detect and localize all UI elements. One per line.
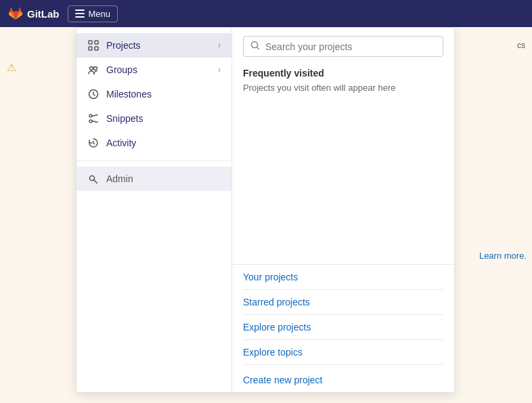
svg-rect-2 <box>89 47 92 50</box>
milestones-label: Milestones <box>106 89 221 100</box>
page-content-right: cs <box>458 27 532 69</box>
key-icon <box>87 173 99 185</box>
dropdown-left-panel: Projects › Groups › <box>76 28 232 392</box>
menu-button-label: Menu <box>89 9 111 19</box>
dropdown-right-panel: Frequently visited Projects you visit of… <box>232 28 454 392</box>
bottom-links-section: Your projects Starred projects Explore p… <box>232 264 454 392</box>
starred-projects-link[interactable]: Starred projects <box>232 290 454 314</box>
create-new-project-link[interactable]: Create new project <box>232 368 454 392</box>
explore-topics-link[interactable]: Explore topics <box>232 340 454 364</box>
sidebar-item-snippets[interactable]: Snippets <box>76 106 231 131</box>
admin-label: Admin <box>106 173 221 184</box>
projects-arrow-icon: › <box>218 41 221 50</box>
dropdown-menu: Projects › Groups › <box>76 27 455 393</box>
svg-point-7 <box>89 114 92 117</box>
sidebar-item-projects[interactable]: Projects › <box>76 33 231 58</box>
svg-point-5 <box>94 67 97 70</box>
snippets-label: Snippets <box>106 113 221 124</box>
scissors-icon <box>87 112 99 125</box>
explore-projects-link[interactable]: Explore projects <box>232 315 454 339</box>
your-projects-link[interactable]: Your projects <box>232 265 454 289</box>
sidebar-item-groups[interactable]: Groups › <box>76 58 231 82</box>
svg-rect-3 <box>95 47 98 50</box>
activity-label: Activity <box>106 137 221 148</box>
learn-more-link[interactable]: Learn more. <box>479 251 527 261</box>
menu-button[interactable]: Menu <box>68 5 118 22</box>
sidebar-item-admin[interactable]: Admin <box>76 167 231 191</box>
search-box[interactable] <box>243 36 443 57</box>
sidebar-item-activity[interactable]: Activity <box>76 131 231 155</box>
search-icon <box>250 41 260 52</box>
search-area <box>232 28 454 62</box>
svg-point-4 <box>90 67 93 70</box>
sidebar-item-milestones[interactable]: Milestones <box>76 82 231 106</box>
groups-label: Groups <box>106 64 211 75</box>
svg-point-8 <box>89 120 92 123</box>
navbar: GitLab Menu <box>0 0 532 27</box>
warning-icon: ⚠ <box>7 62 16 73</box>
warning-area: ⚠ <box>7 61 16 74</box>
navbar-logo-text: GitLab <box>27 8 60 20</box>
groups-arrow-icon: › <box>218 65 221 75</box>
svg-rect-0 <box>89 41 92 44</box>
projects-label: Projects <box>106 40 211 51</box>
svg-rect-1 <box>95 41 98 44</box>
divider-4 <box>243 364 443 365</box>
hamburger-icon <box>75 9 85 18</box>
frequently-visited-desc: Projects you visit often will appear her… <box>243 83 443 93</box>
menu-divider <box>76 161 231 161</box>
groups-icon <box>87 64 99 76</box>
background-text: cs <box>464 41 525 50</box>
frequently-visited-title: Frequently visited <box>243 68 443 79</box>
navbar-logo: GitLab <box>8 5 60 22</box>
grid-icon <box>87 39 99 51</box>
history-icon <box>87 137 99 149</box>
clock-icon <box>87 88 99 100</box>
search-input[interactable] <box>265 41 436 52</box>
frequently-visited-section: Frequently visited Projects you visit of… <box>232 62 454 96</box>
gitlab-logo-icon <box>8 5 23 22</box>
